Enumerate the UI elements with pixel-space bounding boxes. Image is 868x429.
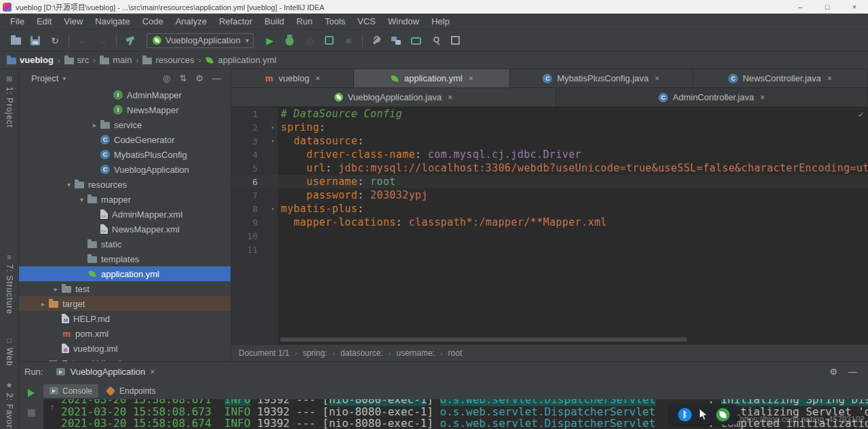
tab-close-icon[interactable]: × (760, 93, 765, 102)
editor-tab-application-yml[interactable]: application.yml× (354, 69, 510, 87)
code-line[interactable]: datasource: (281, 134, 868, 148)
tab-close-icon[interactable]: × (315, 74, 320, 83)
breadcrumb-item-main[interactable]: main (100, 55, 132, 65)
tool-stripe-7-structure[interactable]: ≡7: Structure (5, 250, 14, 317)
tool-stripe-web[interactable]: □Web (5, 333, 14, 369)
build-button[interactable] (124, 35, 136, 47)
hide-panel-icon[interactable]: — (212, 73, 221, 83)
tree-item-resources[interactable]: ▾resources (19, 177, 231, 192)
menu-item-help[interactable]: Help (425, 14, 456, 29)
code-area[interactable]: 12▾3▾45678▾91011 # DataSource Configspri… (231, 107, 868, 344)
tools-button[interactable] (370, 35, 382, 47)
editor-tab-vueblog[interactable]: mvueblog× (231, 69, 354, 87)
code-line[interactable]: mybatis-plus: (281, 202, 868, 216)
breadcrumb-item-resources[interactable]: resources (142, 55, 194, 65)
tree-item-service[interactable]: ▸service (19, 117, 231, 132)
rerun-button[interactable] (28, 389, 35, 397)
search-everywhere-button[interactable] (429, 35, 441, 47)
status-crumb[interactable]: root (448, 348, 462, 358)
tab-close-icon[interactable]: × (655, 74, 660, 83)
menu-item-window[interactable]: Window (382, 14, 425, 29)
tree-item-adminmapper[interactable]: IAdminMapper (19, 87, 231, 102)
tree-item-newsmapper[interactable]: INewsMapper (19, 102, 231, 117)
code-line[interactable]: driver-class-name: com.mysql.cj.jdbc.Dri… (281, 148, 868, 161)
fold-icon[interactable]: ▾ (271, 134, 275, 148)
code-line[interactable]: mapper-locations: classpath*:/mapper/**M… (281, 216, 868, 229)
code-line[interactable]: # DataSource Config (281, 107, 868, 121)
tab-close-icon[interactable]: × (448, 93, 452, 102)
bluetooth-icon[interactable]: ᛒ (678, 408, 692, 422)
tree-arrow-icon[interactable]: ▸ (89, 121, 100, 129)
tree-item-help-md[interactable]: HELP.md (19, 311, 231, 326)
menu-item-build[interactable]: Build (258, 14, 290, 29)
fold-icon[interactable]: ▾ (271, 121, 275, 134)
close-button[interactable]: × (841, 0, 868, 14)
tree-arrow-icon[interactable]: ▾ (63, 181, 75, 188)
tree-arrow-icon[interactable]: ▸ (50, 285, 62, 293)
view-tab-console[interactable]: Console (43, 384, 98, 398)
code-line[interactable]: password: 203032ypj (281, 188, 868, 202)
editor-tab-mybatisplusconfig-java[interactable]: CMybatisPlusConfig.java× (510, 69, 693, 87)
breadcrumb-item-application-yml[interactable]: application.yml (205, 55, 276, 65)
tree-item-test[interactable]: ▸test (19, 281, 231, 296)
breadcrumb-item-vueblog[interactable]: vueblog (7, 55, 54, 65)
gear-icon[interactable]: ⚙ (829, 367, 837, 377)
status-crumb[interactable]: datasource: (340, 348, 383, 358)
tree-item-adminmapper-xml[interactable]: AdminMapper.xml (19, 207, 231, 222)
hide-panel-icon[interactable]: — (848, 367, 857, 377)
tree-item-pom-xml[interactable]: mpom.xml (19, 326, 231, 341)
tree-arrow-icon[interactable]: ▾ (76, 196, 87, 203)
console-panel[interactable]: ↑ 2021-03-20 15:58:08.671 INFO 19392 ---… (43, 399, 868, 429)
run-config-select[interactable]: VueblogApplication▾ (146, 33, 254, 48)
menu-item-analyze[interactable]: Analyze (170, 14, 213, 29)
gear-icon[interactable]: ⚙ (195, 73, 203, 83)
scroll-top-icon[interactable]: ↑ (50, 402, 55, 429)
menu-item-refactor[interactable]: Refactor (213, 14, 258, 29)
open-button[interactable] (9, 35, 22, 47)
menu-item-tools[interactable]: Tools (319, 14, 351, 29)
status-crumb[interactable]: username: (396, 348, 435, 358)
project-header-label[interactable]: Project (31, 73, 58, 83)
view-tab-endpoints[interactable]: Endpoints (100, 384, 161, 398)
sync-button[interactable]: ↻ (49, 35, 61, 47)
run-with-coverage-button[interactable] (323, 35, 335, 47)
tree-item-target[interactable]: ▸target (19, 296, 231, 311)
editor-tab-newscontroller-java[interactable]: CNewsController.java× (693, 69, 868, 87)
expand-collapse-icon[interactable]: ⇅ (179, 73, 186, 83)
tree-item-external-libraries[interactable]: ▸External Libraries (19, 356, 231, 361)
tree-item-application-yml[interactable]: application.yml (19, 266, 231, 281)
tree-arrow-icon[interactable]: ▸ (37, 300, 49, 308)
tool-stripe-2-favorites[interactable]: ★2: Favorites (5, 378, 14, 429)
run-button[interactable]: ▶ (264, 35, 276, 47)
menu-item-navigate[interactable]: Navigate (89, 14, 136, 29)
editor-tab-admincontroller-java[interactable]: CAdminController.java× (556, 88, 868, 106)
save-button[interactable] (29, 35, 41, 47)
menu-item-code[interactable]: Code (136, 14, 170, 29)
breadcrumb-item-src[interactable]: src (64, 55, 89, 65)
editor-code[interactable]: # DataSource Configspring: datasource: d… (277, 107, 868, 344)
status-crumb[interactable]: spring: (302, 348, 327, 358)
code-line[interactable]: spring: (281, 121, 868, 134)
fold-icon[interactable]: ▾ (271, 202, 275, 216)
tree-item-mybatisplusconfig[interactable]: CMybatisPlusConfig (19, 147, 231, 162)
minimize-button[interactable]: – (787, 0, 814, 14)
horizontal-scrollbar[interactable] (280, 338, 687, 342)
tree-item-vueblogapplication[interactable]: CVueblogApplication (19, 162, 231, 177)
menu-item-view[interactable]: View (58, 14, 89, 29)
project-dirs-button[interactable] (390, 35, 402, 47)
menu-item-vcs[interactable]: VCS (351, 14, 382, 29)
menu-item-file[interactable]: File (4, 14, 31, 29)
terminal-button[interactable] (410, 35, 422, 47)
menu-item-edit[interactable]: Edit (31, 14, 58, 29)
tree-item-newsmapper-xml[interactable]: NewsMapper.xml (19, 222, 231, 237)
maximize-button[interactable]: □ (814, 0, 841, 14)
locate-icon[interactable]: ◎ (163, 73, 170, 83)
editor-tab-vueblogapplication-java[interactable]: VueblogApplication.java× (231, 88, 556, 106)
tree-item-static[interactable]: static (19, 237, 231, 251)
code-line[interactable] (281, 229, 868, 243)
layers-button[interactable] (449, 35, 461, 47)
code-line[interactable]: username: root (277, 175, 868, 188)
tree-item-codegenerator[interactable]: CCodeGenerator (19, 132, 231, 147)
tree-item-vueblog-iml[interactable]: vueblog.iml (19, 341, 231, 356)
tab-close-icon[interactable]: × (469, 74, 473, 83)
